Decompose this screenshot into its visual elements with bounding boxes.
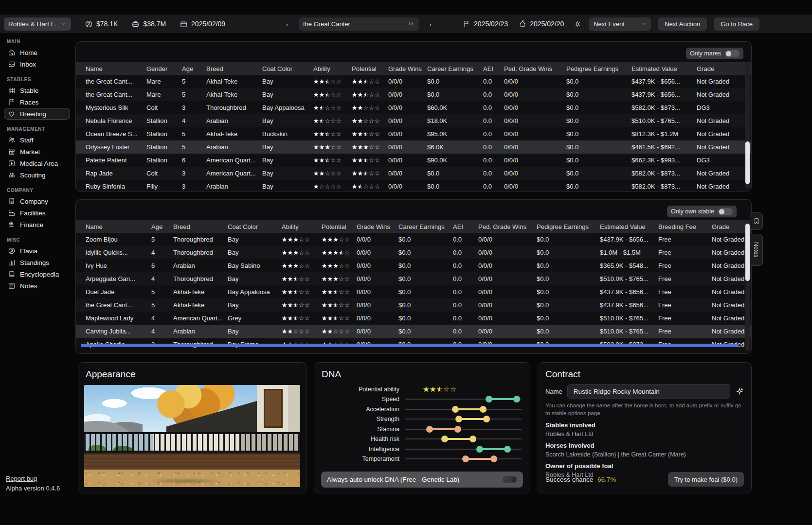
sidebar-item-market[interactable]: Market xyxy=(4,146,70,158)
sidebar-item-label: Races xyxy=(20,99,38,106)
forward-arrow[interactable]: → xyxy=(425,19,433,29)
sidebar-item-races[interactable]: Races xyxy=(4,96,70,108)
column-header[interactable]: Pedigree Earnings xyxy=(566,65,632,72)
dna-trait-range xyxy=(405,444,522,454)
column-header[interactable]: Potential xyxy=(352,65,388,72)
column-header[interactable]: Coat Color xyxy=(228,223,282,230)
next-race-date: 2025/02/23 xyxy=(463,20,508,28)
table-row[interactable]: Ivy Hue6ArabianBay Sabino☆☆☆☆☆★★★★★☆☆☆☆☆… xyxy=(76,259,751,272)
table-cell: $0.0 xyxy=(566,78,632,85)
table-cell: 0/0/0 xyxy=(388,91,427,98)
sidebar-item-standings[interactable]: Standings xyxy=(4,257,70,268)
table-row[interactable]: Arpeggiate Gan...4ThoroughbredBay☆☆☆☆☆★★… xyxy=(76,272,751,285)
table-row[interactable]: Mysterious SilkColt3ThoroughbredBay Appa… xyxy=(76,101,751,114)
column-header[interactable]: Coat Color xyxy=(262,65,313,72)
table-row[interactable]: the Great Cant...5Akhal-TekeBay☆☆☆☆☆★★★★… xyxy=(76,298,751,312)
column-header[interactable]: Breed xyxy=(206,65,262,72)
column-header[interactable]: Breed xyxy=(173,223,228,230)
sidebar-item-finance[interactable]: Finance xyxy=(4,219,70,230)
go-to-race-button[interactable]: Go to Race xyxy=(714,18,759,31)
column-header[interactable]: AEI xyxy=(483,65,504,72)
column-header[interactable]: Grade Wins xyxy=(357,223,398,230)
table-row[interactable]: Nebula FlorenceStallion4ArabianBay☆☆☆☆☆★… xyxy=(76,114,751,127)
only-mares-switch[interactable] xyxy=(725,50,740,57)
table-row[interactable]: the Great Cant...Mare5Akhal-TekeBay☆☆☆☆☆… xyxy=(76,75,751,88)
sidebar-item-encyclopedia[interactable]: Encyclopedia xyxy=(4,268,70,280)
table-row[interactable]: Duet Jade5Akhal-TekeBay Appaloosa☆☆☆☆☆★★… xyxy=(76,285,751,298)
table-cell: DG3 xyxy=(697,104,745,111)
column-header[interactable]: Name xyxy=(86,65,146,72)
column-header[interactable]: Potential xyxy=(322,223,357,230)
star-rating: ☆☆☆☆☆★★★★★ xyxy=(282,250,310,256)
only-own-stable-toggle[interactable]: Only own stable xyxy=(667,206,737,217)
auto-unlock-dna-toggle[interactable]: Always auto unlock DNA (Free - Genetic L… xyxy=(321,472,523,488)
column-header[interactable]: Pedigree Earnings xyxy=(537,223,600,230)
scrollbar-thumb[interactable] xyxy=(745,224,750,280)
only-mares-toggle[interactable]: Only mares xyxy=(686,48,743,59)
notes-side-tab[interactable]: Notes xyxy=(750,234,763,266)
next-event-select[interactable]: Next Event xyxy=(589,18,651,31)
gear-icon[interactable] xyxy=(574,20,582,28)
table-cell: $0.0 xyxy=(537,315,600,322)
column-header[interactable]: AEI xyxy=(453,223,478,230)
sidebar-item-notes[interactable]: Notes xyxy=(4,280,70,292)
table-row[interactable]: Palette PatientStallion6American Quart..… xyxy=(76,154,751,167)
next-auction-button[interactable]: Next Auction xyxy=(658,18,707,31)
table-row[interactable]: Ocean Breeze S...Stallion5Akhal-TekeBuck… xyxy=(76,127,751,140)
column-header[interactable]: Gender xyxy=(146,65,182,72)
column-header[interactable]: Career Earnings xyxy=(398,223,453,230)
sidebar-item-company[interactable]: Company xyxy=(4,195,70,207)
column-header[interactable]: Age xyxy=(182,65,206,72)
table-cell: ☆☆☆☆☆★★★★★ xyxy=(313,157,352,164)
sidebar-item-flavia[interactable]: Flavia xyxy=(4,245,70,257)
vertical-scrollbar[interactable] xyxy=(745,63,750,189)
table-cell: 0/0/0 xyxy=(388,157,427,164)
column-header[interactable]: Ability xyxy=(313,65,352,72)
auto-unlock-dna-switch[interactable] xyxy=(503,476,517,483)
stable-select[interactable]: Robles & Hart L... xyxy=(4,18,71,31)
table-row[interactable]: Zoom Bijou5ThoroughbredBay☆☆☆☆☆★★★★★☆☆☆☆… xyxy=(76,233,751,246)
column-header[interactable]: Career Earnings xyxy=(427,65,483,72)
table-row[interactable]: Odyssey LusterStallion5ArabianBay☆☆☆☆☆★★… xyxy=(76,140,751,154)
foal-name-input[interactable] xyxy=(567,384,730,399)
table-row[interactable]: Rap JadeColt3American Quart...Bay☆☆☆☆☆★★… xyxy=(76,167,751,180)
column-header[interactable]: Grade Wins xyxy=(388,65,427,72)
randomize-name-icon[interactable] xyxy=(735,387,744,396)
column-header[interactable]: Name xyxy=(86,223,151,230)
column-header[interactable]: Estimated Value xyxy=(600,223,658,230)
sidebar-item-staff[interactable]: Staff xyxy=(4,134,70,146)
column-header[interactable]: Age xyxy=(151,223,173,230)
table-row[interactable]: Idyllic Quicks...4ThoroughbredBay☆☆☆☆☆★★… xyxy=(76,246,751,259)
search-box[interactable] xyxy=(299,18,419,31)
column-header[interactable]: Ped. Grade Wins xyxy=(504,65,566,72)
report-bug-link[interactable]: Report bug xyxy=(6,475,60,482)
table-row[interactable]: Maplewood Lady4American Quart...Grey☆☆☆☆… xyxy=(76,312,751,325)
sidebar-item-breeding[interactable]: Breeding xyxy=(4,108,70,120)
table-row[interactable]: the Great Cant...Mare5Akhal-TekeBay☆☆☆☆☆… xyxy=(76,88,751,101)
make-foal-button[interactable]: Try to make foal ($0.0) xyxy=(668,472,744,487)
table-row[interactable]: Ruby SinfoniaFilly3ArabianBay☆☆☆☆☆★★★★★☆… xyxy=(76,180,751,192)
table-row[interactable]: Carving Jubila...4ArabianBay☆☆☆☆☆★★★★★☆☆… xyxy=(76,325,751,338)
sidebar-item-stable[interactable]: Stable xyxy=(4,85,70,96)
scrollbar-thumb[interactable] xyxy=(745,141,750,184)
column-header[interactable]: Estimated Value xyxy=(632,65,697,72)
table-cell: $582.0K - $873... xyxy=(632,170,697,177)
column-header[interactable]: Grade xyxy=(712,223,751,230)
sidebar-item-scouting[interactable]: Scouting xyxy=(4,169,70,181)
column-header[interactable]: Ped. Grade Wins xyxy=(478,223,537,230)
only-own-stable-switch[interactable] xyxy=(718,208,733,215)
table-cell: $582.0K - $873... xyxy=(632,104,697,111)
search-input[interactable] xyxy=(303,20,408,28)
horizontal-scrollbar[interactable] xyxy=(81,344,739,347)
bookmark-button[interactable] xyxy=(750,212,763,230)
sidebar-item-inbox[interactable]: Inbox xyxy=(4,58,70,70)
back-arrow[interactable]: ← xyxy=(285,19,293,29)
column-header[interactable]: Grade xyxy=(697,65,745,72)
column-header[interactable]: Ability xyxy=(282,223,322,230)
column-header[interactable]: Breeding Fee xyxy=(658,223,712,230)
dna-trait-label: Strength xyxy=(322,416,399,422)
vertical-scrollbar[interactable] xyxy=(745,221,750,351)
sidebar-item-medical-area[interactable]: Medical Area xyxy=(4,158,70,169)
sidebar-item-facilities[interactable]: Facilities xyxy=(4,207,70,219)
sidebar-item-home[interactable]: Home xyxy=(4,47,70,58)
